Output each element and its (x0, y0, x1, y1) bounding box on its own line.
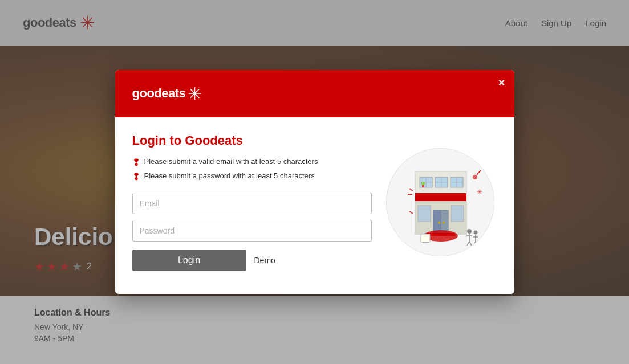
restaurant-svg: ✳ (387, 149, 494, 256)
svg-rect-26 (418, 206, 431, 222)
restaurant-illustration: ✳ (386, 148, 494, 256)
svg-point-42 (473, 175, 477, 179)
login-button[interactable]: Login (132, 250, 246, 271)
password-error: ❢ Please submit a password with at least… (132, 171, 372, 182)
modal-illustration: ✳ (383, 133, 497, 271)
error-icon-1: ❢ (132, 157, 140, 168)
modal-logo-snowflake-icon: ✳ (188, 84, 202, 104)
svg-point-37 (473, 231, 477, 235)
modal-body: Login to Goodeats ❢ Please submit a vali… (115, 117, 514, 294)
login-modal: goodeats ✳ × Login to Goodeats ❢ Please … (115, 70, 514, 294)
modal-title: Login to Goodeats (132, 133, 372, 148)
modal-overlay: goodeats ✳ × Login to Goodeats ❢ Please … (0, 0, 629, 364)
svg-point-32 (467, 229, 472, 234)
demo-link[interactable]: Demo (254, 256, 275, 265)
svg-point-12 (421, 182, 425, 185)
svg-point-22 (438, 222, 440, 224)
svg-rect-27 (451, 206, 464, 222)
svg-text:✳: ✳ (477, 188, 482, 196)
email-input[interactable] (132, 193, 372, 214)
password-error-text: Please submit a password with at least 5… (144, 171, 315, 180)
password-input[interactable] (132, 220, 372, 242)
modal-form-section: Login to Goodeats ❢ Please submit a vali… (132, 133, 372, 271)
email-error: ❢ Please submit a valid email with at le… (132, 157, 372, 168)
svg-point-23 (443, 222, 445, 224)
modal-logo-text: goodeats (132, 86, 186, 101)
svg-line-41 (476, 242, 477, 246)
email-error-text: Please submit a valid email with at leas… (144, 157, 318, 166)
button-row: Login Demo (132, 250, 372, 271)
modal-header: goodeats ✳ (115, 70, 514, 117)
svg-rect-31 (421, 234, 430, 242)
modal-close-button[interactable]: × (498, 77, 505, 88)
error-icon-2: ❢ (132, 171, 140, 182)
